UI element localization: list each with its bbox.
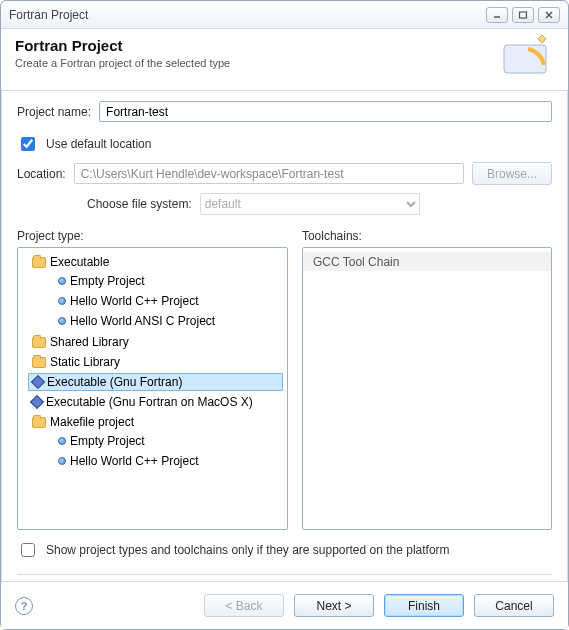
toolchain-label: GCC Tool Chain [313,255,399,269]
project-type-column: Project type: Executable Empty Project H… [17,229,288,530]
tree-node-exec-gnu-fortran[interactable]: Executable (Gnu Fortran) [28,373,283,391]
tree-node-makefile-hw-cpp[interactable]: Hello World C++ Project [54,452,279,470]
location-row: Location: Browse... [17,162,552,185]
bullet-icon [58,457,66,465]
tree-node-executable[interactable]: Executable [28,253,283,271]
finish-button[interactable]: Finish [384,594,464,617]
project-name-row: Project name: [17,101,552,122]
tree-label: Makefile project [50,415,134,429]
folder-icon [32,337,46,348]
tree-label: Shared Library [50,335,129,349]
next-button[interactable]: Next > [294,594,374,617]
folder-icon [32,357,46,368]
tree-label: Executable (Gnu Fortran) [47,375,182,389]
tree-node-empty-project[interactable]: Empty Project [54,272,279,290]
project-type-label: Project type: [17,229,288,243]
project-name-input[interactable] [99,101,552,122]
minimize-button[interactable] [486,7,508,23]
tree-label: Hello World C++ Project [70,454,199,468]
diamond-icon [30,395,44,409]
use-default-location-checkbox[interactable] [21,137,35,151]
folder-icon [32,417,46,428]
tree-node-hello-world-cpp[interactable]: Hello World C++ Project [54,292,279,310]
choose-file-system-label: Choose file system: [87,197,192,211]
tree-label: Static Library [50,355,120,369]
show-supported-checkbox[interactable] [21,543,35,557]
toolchain-item-gcc[interactable]: GCC Tool Chain [303,252,551,271]
banner-heading: Fortran Project [15,37,230,54]
close-button[interactable] [538,7,560,23]
tree-node-static-library[interactable]: Static Library [28,353,283,371]
show-supported-row: Show project types and toolchains only i… [17,538,552,562]
cancel-button[interactable]: Cancel [474,594,554,617]
tree-node-makefile-empty[interactable]: Empty Project [54,432,279,450]
toolchains-label: Toolchains: [302,229,552,243]
project-type-tree[interactable]: Executable Empty Project Hello World C++… [17,247,288,530]
location-input [74,163,464,184]
diamond-icon [31,375,45,389]
tree-node-exec-gnu-fortran-mac[interactable]: Executable (Gnu Fortran on MacOS X) [28,393,283,411]
tree-node-hello-world-ansic[interactable]: Hello World ANSI C Project [54,312,279,330]
location-label: Location: [17,167,66,181]
svg-marker-5 [538,35,546,43]
tree-node-makefile[interactable]: Makefile project [28,413,283,431]
folder-icon [32,257,46,268]
toolchains-column: Toolchains: GCC Tool Chain [302,229,552,530]
titlebar: Fortran Project [1,1,568,29]
show-supported-label: Show project types and toolchains only i… [46,543,450,557]
bullet-icon [58,317,66,325]
maximize-button[interactable] [512,7,534,23]
window-title: Fortran Project [9,8,486,22]
dialog-footer: ? < Back Next > Finish Cancel [1,581,568,629]
bullet-icon [58,277,66,285]
separator [17,574,552,575]
browse-button: Browse... [472,162,552,185]
choose-file-system-row: Choose file system: default [17,193,552,215]
tree-label: Executable [50,255,109,269]
tree-node-shared-library[interactable]: Shared Library [28,333,283,351]
banner-subheading: Create a Fortran project of the selected… [15,57,230,69]
columns: Project type: Executable Empty Project H… [17,229,552,530]
bullet-icon [58,437,66,445]
help-icon[interactable]: ? [15,597,33,615]
tree-label: Empty Project [70,274,145,288]
choose-file-system-select: default [200,193,420,215]
toolchains-list[interactable]: GCC Tool Chain [302,247,552,530]
back-button: < Back [204,594,284,617]
use-default-location-label: Use default location [46,137,151,151]
tree-label: Hello World ANSI C Project [70,314,215,328]
content-area: Project name: Use default location Locat… [1,91,568,581]
tree-label: Hello World C++ Project [70,294,199,308]
wizard-banner: Fortran Project Create a Fortran project… [1,29,568,91]
wizard-icon [498,35,552,79]
dialog-window: Fortran Project Fortran Project Create a… [0,0,569,630]
tree-label: Empty Project [70,434,145,448]
tree-label: Executable (Gnu Fortran on MacOS X) [46,395,253,409]
svg-rect-1 [520,12,527,18]
project-name-label: Project name: [17,105,91,119]
use-default-location-row: Use default location [17,134,552,154]
window-controls [486,7,560,23]
bullet-icon [58,297,66,305]
